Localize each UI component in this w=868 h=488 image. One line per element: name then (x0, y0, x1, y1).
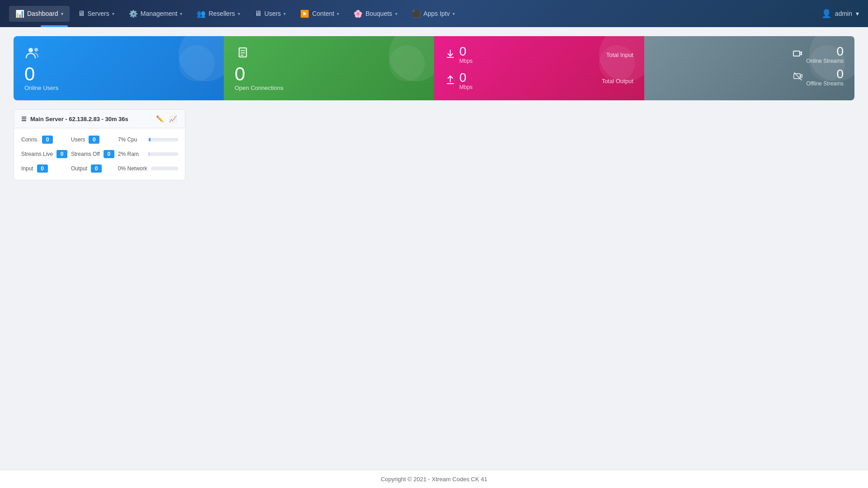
online-users-value: 0 (24, 65, 213, 84)
offline-stream-icon (793, 71, 803, 84)
progress-network: 0% Network (118, 164, 178, 173)
progress-cpu-fill (149, 138, 151, 141)
metric-streams-off: Streams Off 0 (71, 150, 114, 158)
nav-item-content[interactable]: ▶️ Content ▾ (294, 6, 345, 22)
total-input-value: 0 (459, 45, 472, 58)
online-streams-label: Online Streams (806, 58, 844, 64)
svg-point-1 (34, 48, 38, 52)
server-list-icon: ☰ (21, 116, 27, 122)
nav-label-management: Management (141, 10, 178, 17)
total-output-label: Total Output (602, 78, 633, 84)
nav-item-servers[interactable]: 🖥 Servers ▾ (71, 6, 121, 21)
resellers-icon: 👥 (197, 9, 206, 18)
nav-label-servers: Servers (88, 10, 109, 17)
progress-ram-bar (149, 152, 178, 156)
progress-network-label: 0% Network (118, 165, 147, 172)
chevron-icon-users: ▾ (283, 11, 286, 16)
nav-label-bouquets: Bouquets (365, 10, 392, 17)
metric-badge-streams-live: 0 (57, 150, 67, 158)
stat-card-online-users: 0 Online Users (14, 36, 224, 100)
metric-badge-conns: 0 (42, 136, 53, 144)
server-panel: ☰ Main Server - 62.138.2.83 - 30m 36s ✏️… (14, 109, 185, 180)
total-output-unit: Mbps (459, 84, 472, 90)
server-chart-button[interactable]: 📈 (168, 114, 178, 123)
online-streams-value: 0 (836, 45, 844, 58)
progress-ram-fill (149, 152, 149, 156)
total-input-unit: Mbps (459, 58, 472, 64)
stat-card-bandwidth: 0 Mbps Total Input 0 Mbps (434, 36, 644, 100)
metric-label-conns: Conns. (21, 136, 38, 143)
metrics-grid: Conns. 0 Users 0 7% Cpu Streams Live 0 (21, 136, 178, 173)
user-menu[interactable]: 👤 admin ▾ (821, 9, 859, 19)
servers-icon: 🖥 (78, 9, 85, 18)
server-panel-header: ☰ Main Server - 62.138.2.83 - 30m 36s ✏️… (14, 110, 185, 128)
online-users-label: Online Users (24, 84, 213, 91)
nav-item-bouquets[interactable]: 🌸 Bouquets ▾ (347, 6, 403, 22)
bandwidth-input-row: 0 Mbps Total Input (445, 45, 633, 64)
metric-badge-input: 0 (37, 164, 48, 173)
stats-row: 0 Online Users 0 Open Connections (14, 36, 854, 100)
streams-online-row: 0 Online Streams (655, 45, 844, 64)
nav-item-users[interactable]: 🖥 Users ▾ (248, 6, 292, 21)
apps-iptv-icon: ⬛ (412, 9, 421, 18)
stat-card-streams: 0 Online Streams 0 Offline Stre (644, 36, 854, 100)
nav-left: 📊 Dashboard ▾ 🖥 Servers ▾ ⚙️ Management … (9, 6, 461, 22)
user-chevron-icon: ▾ (856, 10, 859, 17)
open-connections-bottom: 0 Open Connections (235, 65, 423, 91)
metric-badge-streams-off: 0 (104, 150, 114, 158)
chevron-icon-content: ▾ (337, 11, 339, 16)
chevron-icon: ▾ (61, 11, 63, 16)
server-edit-button[interactable]: ✏️ (155, 114, 165, 123)
users-nav-icon: 🖥 (255, 9, 262, 18)
offline-streams-value: 0 (836, 68, 844, 80)
chevron-icon-management: ▾ (180, 11, 182, 16)
metric-label-streams-off: Streams Off (71, 151, 100, 157)
streams-offline-row: 0 Offline Streams (655, 68, 844, 87)
metric-users: Users 0 (71, 136, 114, 144)
nav-label-resellers: Resellers (208, 10, 235, 17)
chevron-icon-apps-iptv: ▾ (453, 11, 455, 16)
total-input-label: Total Input (606, 52, 633, 58)
progress-ram: 2% Ram (118, 150, 178, 158)
nav-item-management[interactable]: ⚙️ Management ▾ (123, 6, 189, 22)
nav-item-resellers[interactable]: 👥 Resellers ▾ (190, 6, 246, 22)
upload-icon (445, 75, 456, 87)
user-avatar-icon: 👤 (821, 9, 831, 19)
nav-item-apps-iptv[interactable]: ⬛ Apps Iptv ▾ (406, 6, 461, 22)
metric-label-input: Input (21, 165, 33, 172)
server-panel-title-text: Main Server - 62.138.2.83 - 30m 36s (30, 116, 128, 122)
server-panel-body: Conns. 0 Users 0 7% Cpu Streams Live 0 (14, 128, 185, 180)
online-users-bottom: 0 Online Users (24, 65, 213, 91)
metric-label-streams-live: Streams Live (21, 151, 53, 157)
streams-online-values: 0 Online Streams (806, 45, 844, 64)
user-label: admin (835, 10, 852, 17)
download-icon (445, 49, 456, 61)
metric-badge-users: 0 (89, 136, 99, 144)
topnav: 📊 Dashboard ▾ 🖥 Servers ▾ ⚙️ Management … (0, 0, 868, 27)
bandwidth-input-values: 0 Mbps (459, 45, 472, 64)
metric-label-output: Output (71, 165, 87, 172)
metric-streams-live: Streams Live 0 (21, 150, 67, 158)
streams-rows: 0 Online Streams 0 Offline Stre (655, 45, 844, 87)
nav-label-apps-iptv: Apps Iptv (424, 10, 450, 17)
bandwidth-output-values: 0 Mbps (459, 71, 472, 90)
metric-label-users: Users (71, 136, 85, 143)
open-connections-icon (235, 45, 423, 65)
chevron-icon-servers: ▾ (112, 11, 114, 16)
total-output-value: 0 (459, 71, 472, 84)
progress-ram-label: 2% Ram (118, 151, 145, 157)
server-panel-actions: ✏️ 📈 (155, 114, 178, 123)
management-icon: ⚙️ (129, 9, 138, 18)
bandwidth-output-row: 0 Mbps Total Output (445, 71, 633, 90)
bouquets-icon: 🌸 (354, 9, 363, 18)
progress-network-bar (151, 167, 178, 170)
nav-item-dashboard[interactable]: 📊 Dashboard ▾ (9, 6, 70, 22)
bandwidth-rows: 0 Mbps Total Input 0 Mbps (445, 45, 633, 90)
chevron-icon-resellers: ▾ (238, 11, 240, 16)
footer: Copyright © 2021 - Xtream Codes CK 41 (0, 470, 868, 488)
content-icon: ▶️ (300, 9, 309, 18)
footer-text: Copyright © 2021 - Xtream Codes CK 41 (381, 476, 487, 483)
streams-offline-values: 0 Offline Streams (807, 68, 844, 87)
nav-label-dashboard: Dashboard (27, 10, 58, 17)
svg-rect-8 (793, 51, 800, 56)
